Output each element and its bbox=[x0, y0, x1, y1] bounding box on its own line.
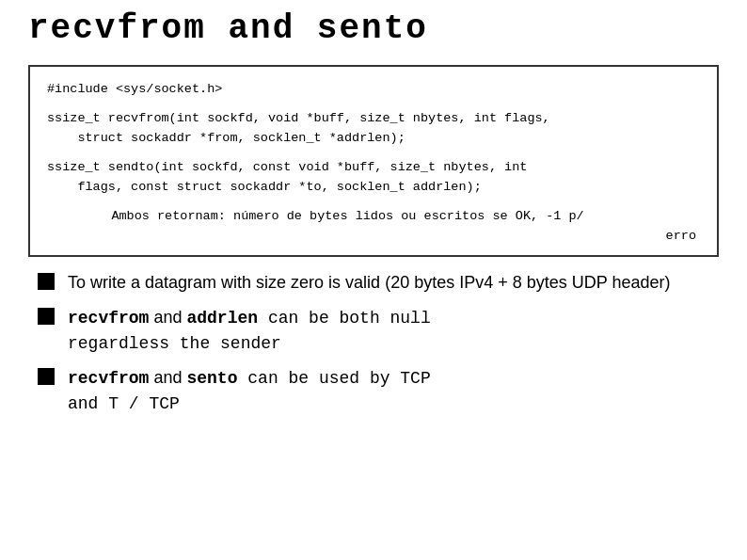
bullet-square-1 bbox=[38, 273, 55, 290]
mono-recvfrom-3: recvfrom bbox=[68, 369, 149, 388]
sendto-sig2: flags, const struct sockaddr *to, sockle… bbox=[47, 178, 700, 198]
bullet-text-3: recvfrom and sento can be used by TCP an… bbox=[68, 365, 431, 416]
bullet-square-2 bbox=[38, 308, 55, 325]
include-line: #include <sys/socket.h> bbox=[47, 80, 700, 100]
list-item: recvfrom and sento can be used by TCP an… bbox=[38, 365, 719, 416]
bullet-text-2: recvfrom and addrlen can be both null re… bbox=[68, 305, 431, 356]
bullet-square-3 bbox=[38, 368, 55, 385]
code-box: #include <sys/socket.h> ssize_t recvfrom… bbox=[28, 65, 719, 257]
list-item: To write a datagram with size zero is va… bbox=[38, 270, 719, 295]
page-container: recvfrom and sento #include <sys/socket.… bbox=[0, 0, 747, 560]
list-item: recvfrom and addrlen can be both null re… bbox=[38, 305, 719, 356]
mono-recvfrom-2: recvfrom bbox=[68, 309, 149, 328]
recvfrom-sig1: ssize_t recvfrom(int sockfd, void *buff,… bbox=[47, 109, 700, 129]
ambos-line: Ambos retornam: número de bytes lidos ou… bbox=[47, 207, 700, 227]
mono-addrlen: addrlen bbox=[186, 309, 258, 328]
bullet-list: To write a datagram with size zero is va… bbox=[28, 270, 719, 415]
mono-tcp-line: can be used by TCP bbox=[237, 369, 430, 388]
bullet-text-1: To write a datagram with size zero is va… bbox=[68, 270, 670, 295]
mono-regardless: regardless the sender bbox=[68, 334, 281, 353]
page-title: recvfrom and sento bbox=[28, 9, 719, 48]
recvfrom-sig2: struct sockaddr *from, socklen_t *addrle… bbox=[47, 129, 700, 149]
mono-can: can be both null bbox=[258, 309, 431, 328]
mono-sento: sento bbox=[186, 369, 237, 388]
sendto-sig1: ssize_t sendto(int sockfd, const void *b… bbox=[47, 158, 700, 178]
mono-tcp-line2: and T / TCP bbox=[68, 394, 180, 413]
erro-line: erro bbox=[47, 227, 700, 247]
